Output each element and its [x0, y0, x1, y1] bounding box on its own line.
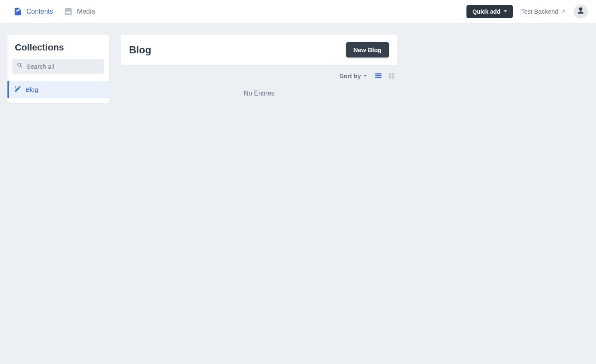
pen-icon — [14, 85, 22, 94]
sort-button[interactable]: Sort by — [339, 72, 367, 79]
collections-sidebar: Collections Blog — [7, 35, 109, 103]
nav-right: Quick add Test Backend ↗ — [466, 5, 588, 19]
image-icon — [64, 7, 73, 16]
empty-state: No Entries — [121, 90, 397, 97]
list-icon — [374, 72, 382, 80]
sidebar-title: Collections — [12, 42, 104, 59]
chevron-down-icon — [504, 10, 507, 12]
new-entry-button[interactable]: New Blog — [346, 42, 389, 57]
user-icon — [577, 7, 585, 17]
backend-link[interactable]: Test Backend ↗ — [521, 8, 565, 15]
quick-add-button[interactable]: Quick add — [466, 5, 513, 18]
collections-list: Blog — [7, 81, 109, 98]
nav-media-label: Media — [77, 8, 95, 15]
list-view-button[interactable] — [374, 72, 382, 80]
nav-left: Contents Media — [13, 7, 95, 16]
nav-contents-label: Contents — [26, 8, 53, 15]
search-icon — [17, 62, 23, 70]
nav-media[interactable]: Media — [64, 7, 95, 16]
grid-icon — [387, 72, 396, 80]
sort-label: Sort by — [339, 72, 361, 79]
collection-header: Blog New Blog — [121, 35, 397, 65]
external-link-icon: ↗ — [561, 8, 565, 14]
chevron-down-icon — [363, 75, 367, 77]
view-toggle — [374, 72, 396, 80]
top-navbar: Contents Media Quick add Test Backend ↗ — [0, 0, 596, 23]
grid-view-button[interactable] — [387, 72, 396, 80]
quick-add-label: Quick add — [472, 8, 500, 15]
search-wrap — [12, 59, 104, 74]
user-avatar[interactable] — [574, 5, 588, 19]
main-panel: Blog New Blog Sort by — [121, 35, 397, 97]
sidebar-item-label: Blog — [26, 86, 38, 93]
sidebar-item-blog[interactable]: Blog — [7, 81, 109, 98]
backend-link-label: Test Backend — [521, 8, 558, 15]
nav-contents[interactable]: Contents — [13, 7, 53, 16]
search-input[interactable] — [26, 63, 100, 70]
document-icon — [13, 7, 22, 16]
collection-title: Blog — [129, 44, 151, 56]
page-body: Collections Blog Blog New Blog Sort by — [0, 23, 596, 115]
list-controls: Sort by — [121, 72, 397, 80]
